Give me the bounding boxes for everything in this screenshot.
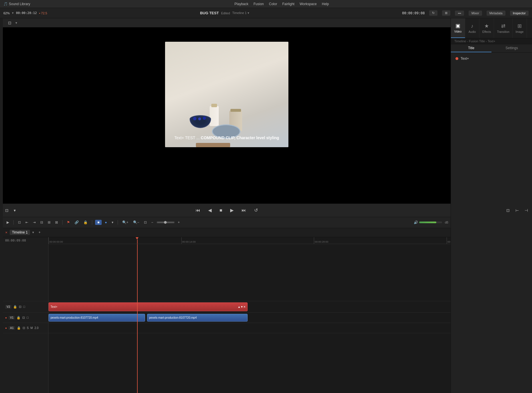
layout-button[interactable]: ⊡: [3, 207, 10, 214]
track-vis-a1[interactable]: ⊡: [23, 326, 25, 330]
track-row-a1: [49, 323, 451, 333]
timecode-current[interactable]: 00:00:28:12: [16, 11, 37, 15]
overlay-text-bold: COMPOUND CLIP, Character level styling: [201, 135, 279, 140]
ruler-right[interactable]: 00:00:00:00 00:00:14:00 00:00:28:00 00:0…: [49, 237, 451, 244]
track-lock-v1[interactable]: 🔒: [17, 316, 21, 320]
go-to-start-button[interactable]: ⏮: [194, 207, 202, 214]
inspector-tab-transition[interactable]: ⇄ Transition: [494, 18, 513, 38]
track-audio-v1[interactable]: □: [27, 316, 29, 319]
flag-button[interactable]: ⚑: [65, 220, 71, 225]
blade-button[interactable]: ⊟: [39, 220, 45, 225]
sound-library[interactable]: 🎵 Sound Library: [3, 2, 30, 6]
track-vis-v1[interactable]: ⊡: [22, 316, 25, 320]
inspector-item-text-plus[interactable]: Text+: [453, 55, 530, 62]
view-mode-button[interactable]: ⊡: [6, 19, 13, 26]
inspector-tab-image[interactable]: ⊞ Image: [513, 18, 527, 38]
close-timeline-tab[interactable]: ✕: [5, 231, 7, 234]
inspector-button[interactable]: Inspector: [510, 11, 529, 16]
zoom-minus[interactable]: −: [150, 220, 155, 225]
zoom-in-button[interactable]: 🔍+: [121, 220, 130, 225]
header-right: 00:00:09:08 ↻ ⊞ ••• Mixer Metadata Inspe…: [402, 10, 529, 16]
project-title: BUG TEST: [200, 11, 219, 15]
play-button[interactable]: ▶: [228, 206, 235, 214]
stop-button[interactable]: ■: [218, 207, 224, 214]
text-clip-v2[interactable]: Text+ ▲▼✕: [49, 302, 248, 311]
select-tool-button[interactable]: ▶: [5, 220, 11, 225]
clip-label-v1-2: pexels-mart-production-8107720.mp4: [149, 316, 197, 319]
preview-black-top: [150, 27, 304, 147]
playback-controls: ⊡ ▾ ⏮ ◀ ■ ▶ ⏭ ↺ ⊡ ⊢ ⊣: [3, 204, 451, 217]
snap-button[interactable]: ⊡: [17, 220, 22, 225]
menu-color[interactable]: Color: [269, 2, 277, 6]
menu-fairlight[interactable]: Fairlight: [282, 2, 294, 6]
ruler-tick-0: 00:00:00:00: [49, 237, 63, 244]
layout-controls-left: ⊡ ▾: [3, 207, 17, 214]
ripple-button[interactable]: ⇤: [24, 220, 30, 225]
lock-button[interactable]: 🔒: [82, 220, 89, 225]
track-labels-empty: [3, 244, 48, 301]
track-mute-a1[interactable]: M: [31, 326, 33, 330]
metadata-button[interactable]: Metadata: [487, 11, 505, 16]
track-label-v2: V2 🔒 ⊡ □: [3, 301, 48, 313]
fit-button[interactable]: ⊡: [142, 220, 148, 225]
go-to-end-button[interactable]: ⏭: [240, 207, 248, 214]
timeline-tab[interactable]: Timeline 1: [10, 230, 30, 235]
sound-library-icon: 🎵: [3, 2, 8, 6]
timeline-dropdown-icon[interactable]: ▾: [248, 11, 249, 15]
loop-button[interactable]: ↻: [429, 10, 437, 16]
track-level-a1: 2.0: [35, 326, 39, 330]
header-left: 62% ▾ 00:00:28:12 • 72.5: [3, 11, 47, 15]
track-name-a1: A1: [9, 326, 15, 330]
track-audio-v2[interactable]: □: [23, 305, 25, 308]
inspector-content-tab-title[interactable]: Title: [451, 44, 491, 52]
menu-help[interactable]: Help: [322, 2, 329, 6]
image-tab-label: Image: [516, 30, 524, 33]
color-dot-button[interactable]: ●: [103, 220, 108, 225]
more-options-button[interactable]: •••: [455, 11, 464, 16]
track-vis-v2[interactable]: ⊡: [19, 305, 21, 309]
track-solo-a1[interactable]: S: [27, 326, 29, 330]
inspector-tab-effects[interactable]: ★ Effects: [479, 18, 494, 38]
zoom-value[interactable]: 62%: [3, 11, 10, 15]
volume-icon: 🔊: [414, 220, 418, 224]
timeline-header: ✕ Timeline 1 ▾ +: [3, 228, 451, 237]
ruler-area: 00:00:09:08 00:00:00:00 00:00:14:00 00:0…: [3, 237, 451, 244]
video-clip-v1-2[interactable]: pexels-mart-production-8107720.mp4: [147, 314, 248, 322]
volume-slider-track[interactable]: [419, 222, 442, 223]
toolbar-divider-3: [92, 220, 92, 225]
track-lock-a1[interactable]: 🔒: [17, 326, 21, 330]
add-timeline-tab[interactable]: +: [36, 230, 43, 235]
loop-toggle-button[interactable]: ↺: [252, 206, 260, 214]
dynamic-button[interactable]: ⊠: [54, 220, 59, 225]
video-clip-v1-1[interactable]: pexels-mart-production-8107720.mp4: [49, 314, 145, 322]
milk-bottle: [210, 106, 219, 126]
menu-fusion[interactable]: Fusion: [254, 2, 264, 6]
dual-view-button[interactable]: ⊞: [442, 10, 450, 16]
inspector-tab-audio[interactable]: ♪ Audio: [465, 18, 479, 38]
blue-select-button[interactable]: ■: [95, 220, 102, 225]
zoom-slider[interactable]: [156, 221, 175, 224]
layout-dropdown[interactable]: ▾: [12, 207, 17, 214]
menu-bar: 🎵 Sound Library Playback Fusion Color Fa…: [0, 0, 532, 8]
view-dropdown-icon[interactable]: ▾: [15, 21, 17, 25]
step-back-button[interactable]: ◀: [206, 206, 213, 214]
zoom-out-button[interactable]: 🔍−: [132, 220, 141, 225]
slip-button[interactable]: ⇥: [31, 220, 37, 225]
menu-workspace[interactable]: Workspace: [300, 2, 317, 6]
timeline-tab-dropdown[interactable]: ▾: [32, 230, 34, 234]
trim-button[interactable]: ⊞: [46, 220, 52, 225]
zoom-dropdown-icon[interactable]: ▾: [12, 11, 14, 15]
menu-playback[interactable]: Playback: [234, 2, 248, 6]
main-area: ⊡ ▾: [0, 18, 532, 393]
more-clip-options[interactable]: ▾: [110, 220, 115, 225]
inspector-content-tab-settings[interactable]: Settings: [491, 44, 532, 52]
link-button[interactable]: 🔗: [73, 220, 80, 225]
transition-tab-label: Transition: [497, 30, 509, 33]
track-lock-v2[interactable]: 🔒: [13, 305, 17, 309]
clip-label-v1-1: pexels-mart-production-8107720.mp4: [51, 316, 98, 319]
inspector-tab-video[interactable]: ▣ Video: [451, 18, 465, 38]
zoom-plus[interactable]: +: [176, 220, 181, 225]
mixer-button[interactable]: Mixer: [469, 11, 482, 16]
header-center: BUG TEST Edited Timeline 1 ▾: [200, 11, 249, 15]
effects-tab-icon: ★: [484, 23, 489, 29]
